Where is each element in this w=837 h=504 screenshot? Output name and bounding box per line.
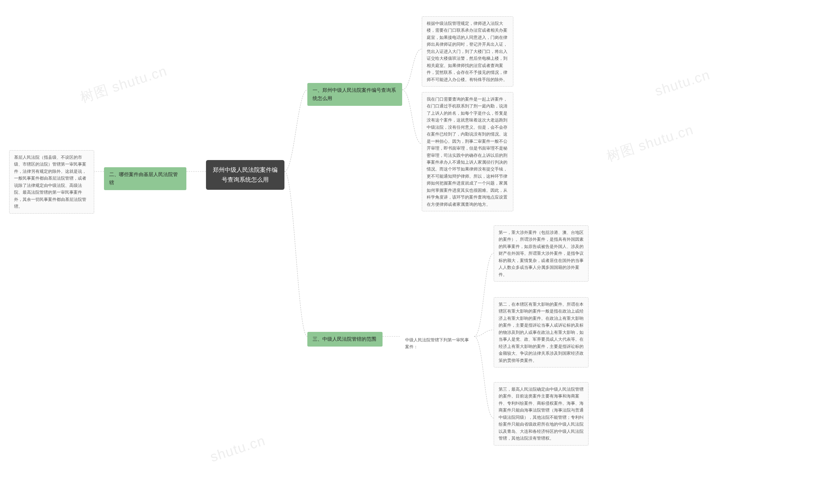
section-1-title: 一、郑州中级人民法院案件编号查询系统怎么用 [313,87,396,101]
connector-lines [0,0,837,504]
watermark: shutu.cn [653,67,712,99]
section-3-leaf-2-text: 第二，在本辖区有重大影响的案件。所谓在本辖区有重大影响的案件一般是指在政治上或经… [499,302,584,363]
watermark: shutu.cn [208,432,267,465]
section-3-leaf-1-text: 第一，重大涉外案件（包括涉港、澳、台地区的案件）。所谓涉外案件，是指具有外国因素… [499,230,584,277]
section-3-leaf-2: 第二，在本辖区有重大影响的案件。所谓在本辖区有重大影响的案件一般是指在政治上或经… [494,297,588,368]
section-3-leaf-3: 第三，最高人民法院确定由中级人民法院管辖的案件。目前这类案件主要有海事和海商案件… [494,382,588,446]
section-3-leaf-3-text: 第三，最高人民法院确定由中级人民法院管辖的案件。目前这类案件主要有海事和海商案件… [499,387,584,441]
section-2-leaf: 基层人民法院（指县级、不设区的市级、市辖区的法院）管辖第一审民事案件，法律另有规… [9,150,94,213]
root-title: 郑州中级人民法院案件编号查询系统怎么用 [213,167,278,183]
section-1-leaf-2: 我在门口需要查询的案件是一起上诉案件，在门口通过手机联系到了刑一庭内勤，说清了上… [422,92,513,211]
root-node[interactable]: 郑州中级人民法院案件编号查询系统怎么用 [206,160,284,190]
watermark: 树图 shutu.cn [78,62,170,107]
section-3[interactable]: 三、中级人民法院管辖的范围 [307,332,382,347]
section-1-leaf-1: 根据中级法院管理规定，律师进入法院大楼，需要在门口联系承办法官或者相关办案庭室，… [422,16,513,87]
section-1-leaf-2-text: 我在门口需要查询的案件是一起上诉案件，在门口通过手机联系到了刑一庭内勤，说清了上… [427,97,507,207]
section-3-mid: 中级人民法院管辖下列第一审民事案件： [400,333,476,354]
section-3-mid-text: 中级人民法院管辖下列第一审民事案件： [405,337,469,349]
watermark: 树图 shutu.cn [604,120,696,166]
section-2-leaf-text: 基层人民法院（指县级、不设区的市级、市辖区的法院）管辖第一审民事案件，法律另有规… [14,155,86,209]
section-3-title: 三、中级人民法院管辖的范围 [313,336,376,342]
section-3-leaf-1: 第一，重大涉外案件（包括涉港、澳、台地区的案件）。所谓涉外案件，是指具有外国因素… [494,225,588,282]
section-2[interactable]: 二、哪些案件由基层人民法院管辖 [104,167,186,190]
section-1-leaf-1-text: 根据中级法院管理规定，律师进入法院大楼，需要在门口联系承办法官或者相关办案庭室，… [427,21,507,82]
section-1[interactable]: 一、郑州中级人民法院案件编号查询系统怎么用 [307,83,402,106]
section-2-title: 二、哪些案件由基层人民法院管辖 [109,171,178,185]
